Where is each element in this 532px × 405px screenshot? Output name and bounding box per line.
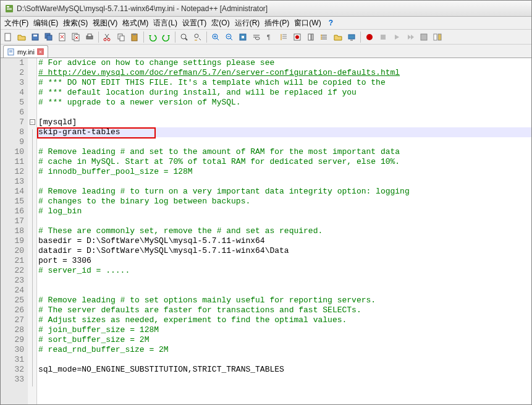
zoom-out-icon[interactable] xyxy=(223,31,235,43)
menu-plugins[interactable]: 插件(P) xyxy=(262,17,292,30)
code-line[interactable]: # cache in MySQL. Start at 70% of total … xyxy=(38,157,531,167)
func-list-icon[interactable] xyxy=(318,31,331,43)
menu-settings[interactable]: 设置(T) xyxy=(180,17,209,30)
code-line[interactable] xyxy=(38,375,531,385)
macro-play-multi-icon[interactable] xyxy=(404,31,416,43)
code-line[interactable]: skip-grant-tables xyxy=(38,127,531,137)
line-number: 12 xyxy=(1,167,24,177)
macro-stop-icon[interactable] xyxy=(377,31,389,43)
close-all-icon[interactable] xyxy=(70,31,82,43)
code-content[interactable]: # For advice on how to change settings p… xyxy=(36,58,531,404)
fold-gutter: − xyxy=(28,58,36,404)
zoom-in-icon[interactable] xyxy=(209,31,222,43)
menu-help[interactable]: ? xyxy=(326,17,336,28)
code-line[interactable]: # *** upgrade to a newer version of MySQ… xyxy=(38,98,531,108)
code-line[interactable]: # http://dev.mysql.com/doc/refman/5.7/en… xyxy=(38,68,531,78)
svg-rect-44 xyxy=(308,34,311,40)
monitor-icon[interactable] xyxy=(345,31,358,43)
code-line[interactable] xyxy=(38,108,531,117)
tab-active[interactable]: my.ini × xyxy=(3,45,48,58)
svg-line-32 xyxy=(217,38,219,40)
code-line[interactable]: sql_mode=NO_ENGINE_SUBSTITUTION,STRICT_T… xyxy=(38,365,531,375)
menu-file[interactable]: 文件(F) xyxy=(2,17,31,30)
line-number: 9 xyxy=(1,137,24,147)
save-icon[interactable] xyxy=(29,31,41,43)
replace-icon[interactable] xyxy=(192,31,204,43)
menu-language[interactable]: 语言(L) xyxy=(151,17,180,30)
line-number: 26 xyxy=(1,305,24,315)
tab-close-icon[interactable]: × xyxy=(37,48,44,55)
line-number: 10 xyxy=(1,147,24,157)
menu-macro[interactable]: 宏(O) xyxy=(209,17,232,30)
paste-icon[interactable] xyxy=(129,31,141,43)
macro-save-icon[interactable] xyxy=(418,31,430,43)
cut-icon[interactable] xyxy=(101,31,114,43)
line-number: 4 xyxy=(1,88,24,98)
compare-icon[interactable] xyxy=(431,31,444,43)
code-line[interactable] xyxy=(38,276,531,286)
code-line[interactable]: # *** default location during install, a… xyxy=(38,88,531,98)
line-number: 30 xyxy=(1,345,24,355)
word-wrap-icon[interactable] xyxy=(250,31,263,43)
code-line[interactable]: # join_buffer_size = 128M xyxy=(38,325,531,335)
menu-edit[interactable]: 编辑(E) xyxy=(31,17,61,30)
code-line[interactable]: # log_bin xyxy=(38,207,531,216)
code-line[interactable] xyxy=(38,286,531,296)
menu-window[interactable]: 窗口(W) xyxy=(292,17,323,30)
code-line[interactable]: # *** DO NOT EDIT THIS FILE. It's a temp… xyxy=(38,78,531,88)
find-icon[interactable] xyxy=(178,31,190,43)
menu-run[interactable]: 运行(R) xyxy=(232,17,263,30)
code-line[interactable] xyxy=(38,216,531,226)
line-number-gutter: 1234567891011121314151617181920212223242… xyxy=(1,58,28,404)
new-file-icon[interactable] xyxy=(2,31,14,43)
undo-icon[interactable] xyxy=(146,31,159,43)
code-line[interactable]: # For advice on how to change settings p… xyxy=(38,58,531,68)
lang-icon[interactable] xyxy=(291,31,303,43)
svg-rect-23 xyxy=(120,36,124,41)
line-number: 14 xyxy=(1,187,24,197)
menubar: 文件(F) 编辑(E) 搜索(S) 视图(V) 格式(M) 语言(L) 设置(T… xyxy=(1,17,531,30)
code-line[interactable]: # read_rnd_buffer_size = 2M xyxy=(38,345,531,355)
indent-guide-icon[interactable] xyxy=(277,31,290,43)
code-line[interactable]: [mysqld] xyxy=(38,117,531,127)
code-line[interactable]: port = 3306 xyxy=(38,256,531,266)
code-line[interactable]: # sort_buffer_size = 2M xyxy=(38,335,531,345)
doc-map-icon[interactable] xyxy=(305,31,317,43)
line-number: 29 xyxy=(1,335,24,345)
close-icon[interactable] xyxy=(56,31,69,43)
fold-marker[interactable]: − xyxy=(30,119,35,125)
code-line[interactable]: # innodb_buffer_pool_size = 128M xyxy=(38,167,531,177)
code-line[interactable]: # Remove leading # to set options mainly… xyxy=(38,296,531,305)
code-line[interactable]: datadir = D:\SoftWare\MySQL\mysql-5.7.11… xyxy=(38,246,531,256)
code-line[interactable]: # changes to the binary log between back… xyxy=(38,197,531,207)
editor[interactable]: 1234567891011121314151617181920212223242… xyxy=(1,58,531,404)
code-line[interactable]: basedir = D:\SoftWare\MySQL\mysql-5.7.11… xyxy=(38,236,531,246)
svg-point-49 xyxy=(321,35,322,36)
show-all-icon[interactable]: ¶ xyxy=(264,31,276,43)
menu-view[interactable]: 视图(V) xyxy=(90,17,120,30)
redo-icon[interactable] xyxy=(160,31,172,43)
code-line[interactable] xyxy=(38,355,531,365)
line-number: 16 xyxy=(1,207,24,216)
line-number: 18 xyxy=(1,226,24,236)
print-icon[interactable] xyxy=(83,31,96,43)
code-line[interactable]: # Remove leading # to turn on a very imp… xyxy=(38,187,531,197)
code-line[interactable]: # Remove leading # and set to the amount… xyxy=(38,147,531,157)
copy-icon[interactable] xyxy=(115,31,127,43)
save-all-icon[interactable] xyxy=(43,31,55,43)
sync-icon[interactable] xyxy=(237,31,249,43)
code-line[interactable] xyxy=(38,137,531,147)
code-line[interactable]: # Adjust sizes as needed, experiment to … xyxy=(38,315,531,325)
code-line[interactable]: # These are commonly set, remove the # a… xyxy=(38,226,531,236)
line-number: 15 xyxy=(1,197,24,207)
folder-icon[interactable] xyxy=(332,31,344,43)
code-line[interactable]: # The server defaults are faster for tra… xyxy=(38,305,531,315)
code-line[interactable] xyxy=(38,177,531,187)
macro-play-icon[interactable] xyxy=(391,31,403,43)
open-file-icon[interactable] xyxy=(15,31,28,43)
menu-search[interactable]: 搜索(S) xyxy=(61,17,90,30)
macro-record-icon[interactable] xyxy=(363,31,376,43)
code-line[interactable]: # server_id = ..... xyxy=(38,266,531,276)
menu-format[interactable]: 格式(M) xyxy=(120,17,151,30)
app-icon xyxy=(4,4,14,14)
